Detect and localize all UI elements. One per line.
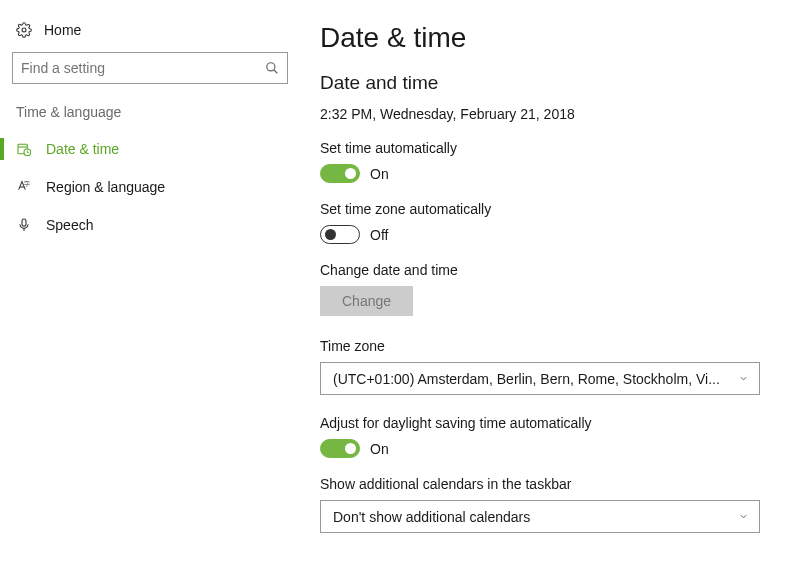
search-box[interactable] [12, 52, 288, 84]
chevron-down-icon [738, 511, 749, 522]
search-input[interactable] [21, 60, 265, 76]
calendar-clock-icon [16, 141, 32, 157]
dst-state: On [370, 441, 389, 457]
sidebar-item-label: Region & language [46, 179, 165, 195]
sidebar-item-speech[interactable]: Speech [0, 206, 300, 244]
svg-point-0 [22, 28, 26, 32]
current-datetime: 2:32 PM, Wednesday, February 21, 2018 [320, 106, 790, 122]
language-icon: 字 [16, 179, 32, 195]
sidebar-item-region-language[interactable]: 字 Region & language [0, 168, 300, 206]
chevron-down-icon [738, 373, 749, 384]
sidebar-item-label: Date & time [46, 141, 119, 157]
sidebar-item-label: Speech [46, 217, 93, 233]
dst-toggle[interactable] [320, 439, 360, 458]
timezone-value: (UTC+01:00) Amsterdam, Berlin, Bern, Rom… [333, 371, 720, 387]
page-title: Date & time [320, 22, 790, 54]
dst-label: Adjust for daylight saving time automati… [320, 415, 790, 431]
svg-text:字: 字 [24, 180, 30, 187]
additional-cal-value: Don't show additional calendars [333, 509, 530, 525]
category-header: Time & language [0, 104, 300, 130]
sidebar: Home Time & language Date & time 字 [0, 0, 300, 568]
home-nav[interactable]: Home [0, 22, 300, 52]
set-time-auto-toggle[interactable] [320, 164, 360, 183]
set-tz-auto-state: Off [370, 227, 388, 243]
search-icon [265, 61, 279, 75]
set-time-auto-state: On [370, 166, 389, 182]
svg-point-1 [267, 63, 275, 71]
timezone-label: Time zone [320, 338, 790, 354]
change-button[interactable]: Change [320, 286, 413, 316]
set-tz-auto-toggle[interactable] [320, 225, 360, 244]
microphone-icon [16, 217, 32, 233]
sidebar-item-date-time[interactable]: Date & time [0, 130, 300, 168]
home-label: Home [44, 22, 81, 38]
svg-rect-10 [22, 219, 26, 226]
timezone-dropdown[interactable]: (UTC+01:00) Amsterdam, Berlin, Bern, Rom… [320, 362, 760, 395]
change-datetime-label: Change date and time [320, 262, 790, 278]
gear-icon [16, 22, 32, 38]
svg-line-2 [274, 70, 278, 74]
set-tz-auto-label: Set time zone automatically [320, 201, 790, 217]
additional-cal-dropdown[interactable]: Don't show additional calendars [320, 500, 760, 533]
svg-line-7 [27, 152, 28, 153]
set-time-auto-label: Set time automatically [320, 140, 790, 156]
main-content: Date & time Date and time 2:32 PM, Wedne… [300, 0, 800, 568]
additional-cal-label: Show additional calendars in the taskbar [320, 476, 790, 492]
section-title: Date and time [320, 72, 790, 94]
